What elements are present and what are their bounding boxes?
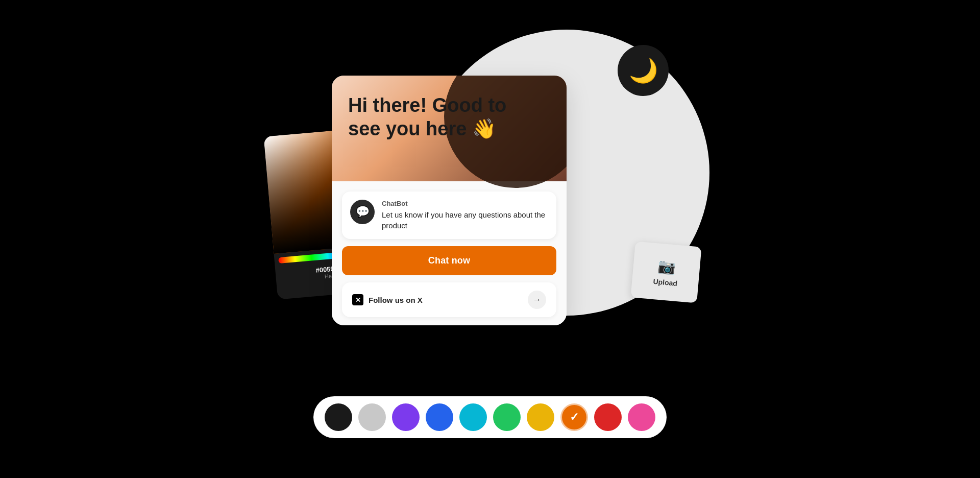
- follow-x-left: ✕ Follow us on X: [352, 294, 423, 305]
- main-scene: 🌙 #0059E1 Hex 📷 Upload Hi there! Good to…: [260, 30, 720, 448]
- upload-label: Upload: [653, 277, 678, 287]
- chatbot-message: Let us know if you have any questions ab…: [382, 209, 548, 231]
- swatch-orange[interactable]: [560, 403, 588, 431]
- chat-now-button[interactable]: Chat now: [342, 246, 556, 275]
- swatch-green[interactable]: [493, 403, 521, 431]
- chatbot-avatar: 💬: [350, 200, 375, 224]
- follow-x-label: Follow us on X: [369, 296, 423, 304]
- wave-emoji: 👋: [472, 118, 496, 139]
- chat-header: Hi there! Good tosee you here 👋: [332, 76, 567, 181]
- chatbot-name: ChatBot: [382, 200, 548, 207]
- x-logo-icon: ✕: [352, 294, 363, 305]
- follow-x-arrow-icon[interactable]: →: [528, 291, 546, 309]
- swatch-red[interactable]: [594, 403, 622, 431]
- color-swatches-bar: [313, 396, 667, 438]
- chatbot-text-block: ChatBot Let us know if you have any ques…: [382, 200, 548, 231]
- chat-header-title: Hi there! Good tosee you here 👋: [348, 94, 550, 140]
- swatch-purple[interactable]: [392, 403, 420, 431]
- camera-icon: 📷: [657, 257, 676, 276]
- swatch-black[interactable]: [325, 403, 352, 431]
- upload-card[interactable]: 📷 Upload: [630, 242, 701, 303]
- swatch-yellow[interactable]: [527, 403, 554, 431]
- swatch-light-gray[interactable]: [358, 403, 386, 431]
- chat-widget-card: Hi there! Good tosee you here 👋 💬 ChatBo…: [332, 76, 567, 325]
- chatbot-bubble: 💬 ChatBot Let us know if you have any qu…: [342, 192, 556, 239]
- moon-icon: 🌙: [629, 57, 658, 84]
- swatch-cyan[interactable]: [459, 403, 487, 431]
- moon-icon-circle[interactable]: 🌙: [618, 45, 669, 96]
- chat-card-body: 💬 ChatBot Let us know if you have any qu…: [332, 181, 567, 325]
- swatch-pink[interactable]: [628, 403, 655, 431]
- follow-x-row[interactable]: ✕ Follow us on X →: [342, 282, 556, 317]
- chatbot-avatar-icon: 💬: [356, 205, 370, 219]
- swatch-blue[interactable]: [426, 403, 453, 431]
